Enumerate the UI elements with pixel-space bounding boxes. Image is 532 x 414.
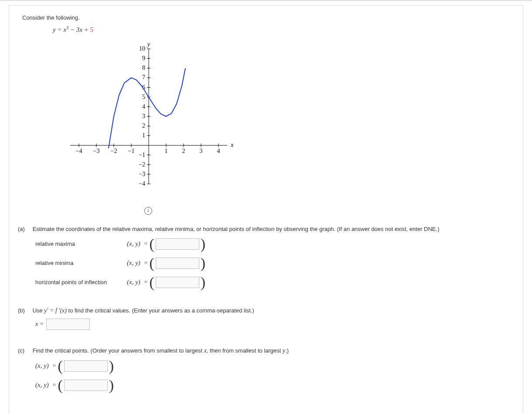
pc-mid: , then from smallest to largest xyxy=(207,347,283,354)
equation-constant: 5 xyxy=(90,26,94,33)
svg-text:2: 2 xyxy=(182,148,185,154)
critical-values-input[interactable] xyxy=(46,319,90,330)
row-rel-maxima: relative maxima (x, y) = ( ) xyxy=(35,237,510,251)
svg-text:1: 1 xyxy=(142,132,145,139)
equation-mid: − 3x + xyxy=(68,26,90,33)
svg-text:3: 3 xyxy=(200,148,203,154)
svg-text:y: y xyxy=(147,41,150,48)
svg-text:10: 10 xyxy=(139,45,145,52)
open-paren-icon: ( xyxy=(148,256,155,271)
svg-text:8: 8 xyxy=(142,64,145,71)
part-b-prompt: Use y' = f '(x) to find the critical val… xyxy=(33,307,495,314)
inflection-input[interactable] xyxy=(156,277,199,288)
close-paren-icon: ) xyxy=(199,275,207,290)
page: Consider the following. y = x3 − 3x + 5 … xyxy=(0,0,532,414)
part-c-prompt: Find the critical points. (Order your an… xyxy=(33,347,495,354)
open-paren-icon: ( xyxy=(56,359,64,373)
part-a: (a) Estimate the coordinates of the rela… xyxy=(22,226,510,290)
close-paren-icon: ) xyxy=(199,237,207,251)
critpoint-2-input[interactable] xyxy=(64,380,108,391)
part-c-label: (c) xyxy=(18,347,31,354)
svg-text:−4: −4 xyxy=(76,148,82,154)
svg-text:−3: −3 xyxy=(93,148,100,154)
svg-text:−1: −1 xyxy=(128,148,135,154)
svg-text:3: 3 xyxy=(142,113,145,119)
info-icon[interactable]: i xyxy=(144,207,152,215)
critpoint-1-input[interactable] xyxy=(64,360,108,372)
equation: y = x3 − 3x + 5 xyxy=(53,25,510,34)
rel-minima-label: relative minima xyxy=(35,260,127,266)
svg-text:9: 9 xyxy=(142,55,145,61)
svg-text:1: 1 xyxy=(165,148,168,154)
pb-pre: Use xyxy=(33,307,44,314)
rel-minima-input[interactable] xyxy=(156,258,199,269)
equation-lhs: y = x xyxy=(53,26,66,33)
close-paren-icon: ) xyxy=(108,359,115,373)
open-paren-icon: ( xyxy=(56,378,64,393)
svg-text:−2: −2 xyxy=(111,148,117,154)
intro-text: Consider the following. xyxy=(22,14,510,21)
pb-eq: y' = f '(x) xyxy=(44,307,67,314)
xy-label: (x, y) = xyxy=(35,362,56,370)
svg-text:−4: −4 xyxy=(139,180,145,187)
x-equals-label: x = xyxy=(35,321,44,328)
rel-maxima-input[interactable] xyxy=(156,238,199,250)
row-critpoint-2: (x, y) = ( ) xyxy=(35,378,510,393)
chart-svg: −4−3−2−11234−4−3−2−112345678910xy xyxy=(48,40,236,206)
part-a-prompt: Estimate the coordinates of the relative… xyxy=(33,226,495,232)
question-panel: Consider the following. y = x3 − 3x + 5 … xyxy=(9,5,523,414)
pc-pre: Find the critical points. (Order your an… xyxy=(33,347,204,354)
part-c: (c) Find the critical points. (Order you… xyxy=(22,347,510,393)
close-paren-icon: ) xyxy=(199,256,207,271)
pc-end: .) xyxy=(285,347,289,354)
part-b-label: (b) xyxy=(18,307,31,314)
row-rel-minima: relative minima (x, y) = ( ) xyxy=(35,256,510,271)
pb-post: to find the critical values. (Enter your… xyxy=(67,307,254,314)
xy-label: (x, y) = xyxy=(127,259,148,267)
row-critical-values: x = xyxy=(35,319,510,330)
row-critpoint-1: (x, y) = ( ) xyxy=(35,359,510,373)
xy-label: (x, y) = xyxy=(127,278,148,286)
part-a-label: (a) xyxy=(18,226,31,232)
open-paren-icon: ( xyxy=(148,275,155,290)
close-paren-icon: ) xyxy=(108,378,115,393)
xy-label: (x, y) = xyxy=(127,240,148,248)
row-inflection: horizontal points of inflection (x, y) =… xyxy=(35,275,510,290)
part-b: (b) Use y' = f '(x) to find the critical… xyxy=(22,307,510,330)
svg-text:−3: −3 xyxy=(139,171,145,177)
open-paren-icon: ( xyxy=(148,237,155,251)
svg-text:−2: −2 xyxy=(139,161,145,168)
inflection-label: horizontal points of inflection xyxy=(35,279,127,285)
svg-text:2: 2 xyxy=(142,122,145,129)
svg-text:x: x xyxy=(230,141,234,148)
svg-text:4: 4 xyxy=(142,103,145,110)
svg-text:4: 4 xyxy=(217,148,220,154)
graph: −4−3−2−11234−4−3−2−112345678910xy i xyxy=(48,40,510,215)
svg-text:5: 5 xyxy=(142,94,145,100)
xy-label: (x, y) = xyxy=(35,381,56,389)
svg-text:7: 7 xyxy=(142,74,145,81)
svg-text:−1: −1 xyxy=(139,152,145,158)
rel-maxima-label: relative maxima xyxy=(35,241,127,247)
